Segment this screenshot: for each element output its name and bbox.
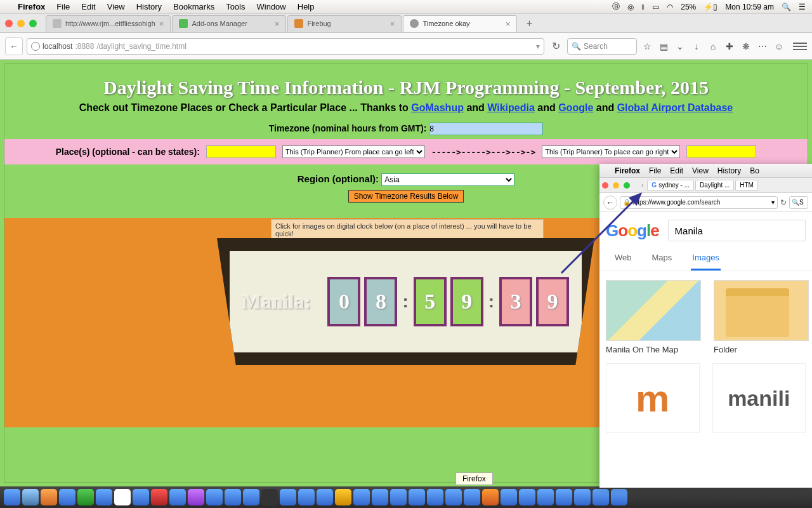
ext-icon[interactable]: ☺ bbox=[773, 40, 785, 53]
dock-firefox-icon[interactable] bbox=[482, 489, 499, 505]
digital-clock[interactable]: Manila: 0 8 : 5 9 : 3 9 bbox=[230, 251, 582, 352]
menubar-clock[interactable]: Mon 10:59 am bbox=[725, 3, 774, 11]
dock-app-icon[interactable] bbox=[133, 489, 149, 505]
bookmark-star-icon[interactable]: ☆ bbox=[641, 40, 653, 53]
tab-rjm[interactable]: http://www.rjm...eitfliessohigh× bbox=[46, 15, 171, 32]
menu-bookmarks[interactable]: Bookmarks bbox=[173, 2, 214, 11]
menu-view[interactable]: View bbox=[107, 2, 125, 11]
dock-finder-icon[interactable] bbox=[4, 489, 20, 505]
back-button[interactable]: ← bbox=[603, 196, 617, 210]
menu-button[interactable] bbox=[793, 43, 807, 50]
result-logo[interactable]: manili bbox=[712, 363, 806, 433]
address-bar[interactable]: localhost:8888/daylight_saving_time.html… bbox=[27, 38, 544, 55]
menu-tools[interactable]: Tools bbox=[226, 2, 245, 11]
menu-file[interactable]: File bbox=[56, 2, 70, 11]
menu-window[interactable]: Window bbox=[257, 2, 286, 11]
battery-percent[interactable]: 25% bbox=[681, 3, 696, 11]
dock-app-icon[interactable] bbox=[390, 489, 407, 505]
dock-app-icon[interactable] bbox=[464, 489, 480, 505]
dock-app-icon[interactable] bbox=[41, 489, 57, 505]
downloads-icon[interactable]: ↓ bbox=[690, 40, 703, 53]
dock-app-icon[interactable] bbox=[317, 489, 333, 505]
new-tab-button[interactable]: + bbox=[522, 17, 536, 30]
dock-app-icon[interactable] bbox=[574, 489, 591, 505]
dock-app-icon[interactable] bbox=[188, 489, 204, 505]
tab-timezone[interactable]: Timezone okay× bbox=[403, 15, 517, 32]
dock-app-icon[interactable] bbox=[556, 489, 572, 505]
dock-app-icon[interactable] bbox=[225, 489, 241, 505]
dock-app-icon[interactable] bbox=[501, 489, 517, 505]
gtab-web[interactable]: Web bbox=[613, 246, 633, 271]
dock-app-icon[interactable] bbox=[298, 489, 315, 505]
dock-app-icon[interactable] bbox=[59, 489, 75, 505]
app-name[interactable]: Firefox bbox=[18, 2, 45, 11]
close-window-button[interactable] bbox=[5, 20, 13, 27]
tab-firebug[interactable]: Firebug× bbox=[287, 15, 402, 32]
notifications-icon[interactable]: ☰ bbox=[799, 3, 806, 11]
tab-daylight[interactable]: Daylight ... bbox=[695, 180, 734, 190]
tab-back-icon[interactable]: ‹ bbox=[639, 182, 646, 189]
spotlight-icon[interactable]: 🔍 bbox=[782, 3, 791, 11]
tab-sydney[interactable]: Gsydney - ... bbox=[647, 180, 694, 190]
menu-history[interactable]: History bbox=[717, 166, 741, 175]
zoom-window-button[interactable] bbox=[624, 182, 630, 189]
link-gomashup[interactable]: GoMashup bbox=[411, 102, 464, 113]
address-bar[interactable]: 🔒https://www.google.com/search▾ bbox=[620, 196, 778, 209]
show-results-button[interactable]: Show Timezone Results Below bbox=[348, 190, 464, 203]
result-logo[interactable]: m bbox=[606, 363, 700, 433]
minimize-window-button[interactable] bbox=[17, 20, 25, 27]
dock-app-icon[interactable] bbox=[335, 489, 351, 505]
dock-app-icon[interactable] bbox=[353, 489, 370, 505]
dock-app-icon[interactable] bbox=[593, 489, 609, 505]
dock-app-icon[interactable] bbox=[611, 489, 627, 505]
dock-app-icon[interactable] bbox=[261, 489, 278, 505]
battery-icon[interactable]: ⚡▯ bbox=[704, 3, 717, 11]
tab-html[interactable]: HTM bbox=[735, 180, 758, 190]
timezone-select[interactable] bbox=[429, 123, 543, 135]
dock-app-icon[interactable] bbox=[77, 489, 94, 505]
ext-icon[interactable]: ⋯ bbox=[756, 40, 769, 53]
zoom-window-button[interactable] bbox=[29, 20, 37, 27]
menu-edit[interactable]: Edit bbox=[670, 166, 683, 175]
close-icon[interactable]: × bbox=[390, 19, 395, 29]
menu-file[interactable]: File bbox=[649, 166, 661, 175]
dock-app-icon[interactable] bbox=[96, 489, 112, 505]
airplay-icon[interactable]: ▭ bbox=[652, 3, 659, 11]
link-google[interactable]: Google bbox=[558, 102, 593, 113]
dock-app-icon[interactable] bbox=[280, 489, 296, 505]
gtab-images[interactable]: Images bbox=[691, 246, 721, 271]
place-from-input[interactable] bbox=[206, 145, 276, 158]
to-direction-select[interactable]: This (Trip Planner) To place can go righ… bbox=[542, 145, 680, 158]
search-bar[interactable]: 🔍S bbox=[789, 196, 808, 209]
wifi-icon[interactable]: ◠ bbox=[667, 3, 673, 11]
dock-app-icon[interactable] bbox=[409, 489, 425, 505]
menu-help[interactable]: Help bbox=[298, 2, 315, 11]
dock-app-icon[interactable] bbox=[537, 489, 554, 505]
google-search-input[interactable]: Manila bbox=[668, 220, 806, 241]
gtab-maps[interactable]: Maps bbox=[651, 246, 674, 271]
menu-bookmarks[interactable]: Bo bbox=[750, 166, 759, 175]
reload-button[interactable]: ↻ bbox=[548, 40, 563, 52]
dock-app-icon[interactable] bbox=[169, 489, 186, 505]
status-icon[interactable]: Ⓑ bbox=[612, 1, 620, 12]
dock-app-icon[interactable] bbox=[22, 489, 39, 505]
dock-app-icon[interactable] bbox=[372, 489, 388, 505]
dropdown-icon[interactable]: ▾ bbox=[536, 42, 540, 51]
home-icon[interactable]: ⌂ bbox=[707, 40, 719, 53]
dock-app-icon[interactable] bbox=[114, 489, 131, 505]
close-window-button[interactable] bbox=[602, 182, 608, 189]
app-name[interactable]: Firefox bbox=[615, 166, 640, 175]
status-icon[interactable]: ◎ bbox=[627, 3, 634, 11]
from-direction-select[interactable]: This (Trip Planner) From place can go le… bbox=[282, 145, 425, 158]
reload-button[interactable]: ↻ bbox=[780, 198, 787, 207]
link-wikipedia[interactable]: Wikipedia bbox=[487, 102, 535, 113]
result-card[interactable]: Manila On The Map bbox=[606, 280, 701, 354]
clipboard-icon[interactable]: ▤ bbox=[657, 40, 670, 53]
place-to-input[interactable] bbox=[686, 145, 756, 158]
menu-edit[interactable]: Edit bbox=[81, 2, 95, 11]
link-gadb[interactable]: Global Airport Database bbox=[617, 102, 733, 113]
close-icon[interactable]: × bbox=[275, 19, 280, 29]
tab-addons[interactable]: Add-ons Manager× bbox=[172, 15, 286, 32]
close-icon[interactable]: × bbox=[506, 19, 511, 29]
minimize-window-button[interactable] bbox=[613, 182, 619, 189]
